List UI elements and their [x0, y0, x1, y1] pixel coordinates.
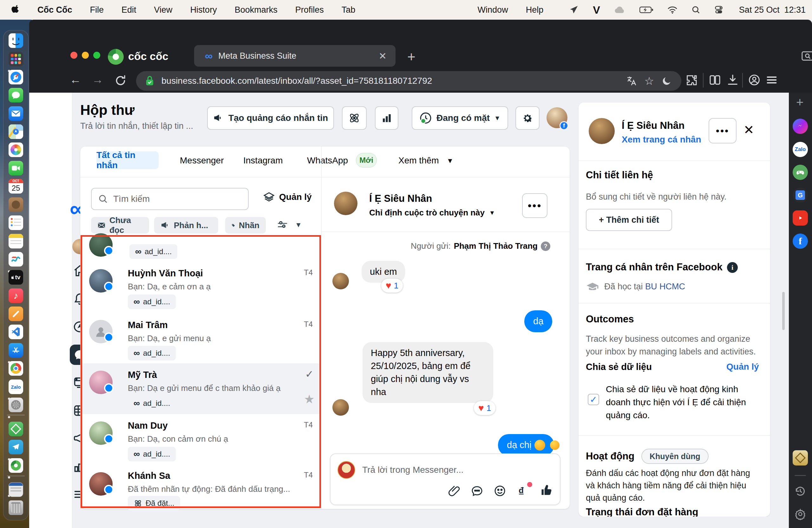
dock-mail-icon[interactable] [9, 106, 23, 121]
view-profile-link[interactable]: Xem trang cá nhân [622, 134, 701, 145]
edge-youtube-icon[interactable] [793, 210, 808, 226]
dock-notes-icon[interactable] [9, 234, 23, 248]
forward-icon[interactable]: → [92, 73, 103, 86]
wifi-status-icon[interactable] [667, 6, 678, 14]
tab-messenger[interactable]: Messenger [180, 156, 224, 166]
share-data-checkbox[interactable]: ✓ [588, 394, 599, 405]
dock-finder-icon[interactable] [9, 33, 23, 48]
composer[interactable]: Trả lời trong Messenger... ₫ [330, 454, 561, 505]
translate-icon[interactable] [625, 75, 637, 87]
dock-calendar-icon[interactable]: OCT25 [9, 179, 23, 194]
chat-more-options-button[interactable]: ••• [522, 193, 548, 218]
message-reaction[interactable]: ♥1 [474, 401, 495, 415]
bookmark-star-icon[interactable]: ☆ [644, 74, 654, 87]
order-placed-tag[interactable]: Đã đặt... [128, 496, 180, 511]
menu-help[interactable]: Help [526, 5, 543, 15]
dock-pages-icon[interactable] [9, 306, 23, 321]
manage-link[interactable]: Quản lý [726, 362, 759, 372]
reload-icon[interactable] [114, 74, 127, 87]
dock-downloads-icon[interactable] [9, 482, 23, 497]
edge-translate-icon[interactable]: G [793, 187, 808, 203]
dock-freeform-icon[interactable] [9, 252, 23, 267]
tab-see-more[interactable]: Xem thêm [398, 156, 439, 166]
ad-id-tag[interactable]: ∞ad_id.... [128, 346, 176, 360]
insights-button[interactable] [375, 106, 398, 130]
emoji-icon[interactable] [494, 485, 506, 497]
tab-instagram[interactable]: Instagram [243, 156, 283, 166]
sender-help-icon[interactable]: ? [541, 241, 550, 251]
dock-vscode-icon[interactable] [9, 325, 23, 339]
search-input[interactable]: Tìm kiếm [91, 188, 249, 210]
chat-header-avatar[interactable] [334, 192, 358, 215]
tab-whatsapp[interactable]: WhatsApp [307, 156, 348, 166]
menu-file[interactable]: File [90, 5, 104, 15]
dock-green-app-icon[interactable] [9, 422, 23, 436]
menu-tab[interactable]: Tab [342, 5, 356, 15]
filter-more-chevron-icon[interactable]: ▼ [295, 221, 302, 229]
dock-contacts-icon[interactable] [9, 197, 23, 212]
menu-edit[interactable]: Edit [121, 5, 136, 15]
dock-safari-icon[interactable] [9, 70, 23, 84]
back-icon[interactable]: ← [70, 73, 81, 86]
window-minimize-button[interactable] [82, 52, 89, 59]
spotlight-search-icon[interactable] [692, 5, 700, 14]
panel-close-icon[interactable]: ✕ [743, 123, 754, 137]
manage-button[interactable]: Quản lý [263, 191, 312, 203]
message-reaction[interactable]: ♥1 [381, 279, 403, 292]
edge-settings-icon[interactable] [793, 506, 808, 522]
filter-unread-chip[interactable]: Chưa đọc [91, 217, 149, 233]
dock-reminders-icon[interactable] [9, 215, 23, 230]
filter-responded-chip[interactable]: Phản h... [154, 217, 218, 233]
dock-trash-icon[interactable] [9, 500, 23, 515]
dock-photos-icon[interactable] [9, 142, 23, 157]
dock-facetime-icon[interactable] [9, 161, 23, 175]
education-link[interactable]: BU HCMC [645, 282, 685, 291]
attachment-icon[interactable] [448, 485, 461, 497]
dock-chrome-icon[interactable] [9, 361, 23, 376]
window-close-button[interactable] [70, 52, 77, 59]
ad-id-tag[interactable]: ∞ad_id.... [128, 447, 176, 461]
follow-up-star-icon[interactable]: ★ [304, 392, 315, 406]
apple-menu-icon[interactable] [11, 5, 20, 15]
ad-id-tag[interactable]: ∞ad_id.... [129, 244, 177, 259]
automation-button[interactable] [342, 106, 367, 130]
v-status-icon[interactable]: V [593, 4, 600, 16]
search-tabs-icon[interactable] [801, 51, 812, 62]
incoming-message[interactable]: Happy 5th anniversary, 25/10/2025, bảng … [363, 342, 493, 403]
payment-dong-icon[interactable]: ₫ [518, 485, 524, 499]
dock-appstore-icon[interactable] [9, 343, 23, 358]
downloads-icon[interactable] [726, 74, 739, 86]
tab-all-messages[interactable]: Tất cả tin nhắn [97, 151, 159, 169]
edge-messenger-icon[interactable] [793, 119, 808, 134]
outgoing-message-partial[interactable]: dạ chị [498, 434, 554, 456]
edge-facebook-icon[interactable]: f [793, 233, 808, 249]
ad-id-tag[interactable]: ∞ad_id.... [128, 396, 176, 411]
info-icon[interactable]: i [727, 262, 738, 273]
inbox-settings-button[interactable] [516, 106, 539, 130]
composer-placeholder[interactable]: Trả lời trong Messenger... [362, 465, 463, 475]
menu-bookmarks[interactable]: Bookmarks [235, 5, 277, 15]
availability-dropdown[interactable]: Đang có mặt ▼ [412, 106, 508, 130]
split-view-icon[interactable] [709, 74, 721, 86]
menu-profiles[interactable]: Profiles [295, 5, 324, 15]
menu-history[interactable]: History [190, 5, 217, 15]
dock-music-icon[interactable]: ♪ [9, 288, 23, 303]
menu-view[interactable]: View [154, 5, 173, 15]
menu-clock[interactable]: Sat 25 Oct 12:31 [739, 5, 806, 15]
saved-replies-icon[interactable] [471, 485, 483, 497]
edge-history-icon[interactable] [793, 484, 808, 499]
dock-appletv-icon[interactable]: tv [9, 270, 23, 285]
dock-messages-icon[interactable] [9, 88, 23, 102]
browser-menu-icon[interactable] [766, 74, 778, 86]
panel-more-options-button[interactable]: ••• [709, 118, 737, 143]
dark-mode-moon-icon[interactable] [662, 76, 672, 86]
filter-sliders-icon[interactable] [276, 219, 289, 232]
dock-zalo-icon[interactable]: Zalo [9, 380, 23, 394]
window-zoom-button[interactable] [93, 52, 100, 59]
add-details-button[interactable]: + Thêm chi tiết [586, 209, 672, 231]
new-tab-button[interactable]: + [407, 49, 416, 65]
tab-close-icon[interactable]: ✕ [379, 51, 387, 61]
filter-label-chip[interactable]: Nhãn [225, 217, 266, 233]
dock-system-app-icon[interactable] [9, 398, 23, 412]
secure-lock-icon[interactable] [144, 75, 155, 87]
